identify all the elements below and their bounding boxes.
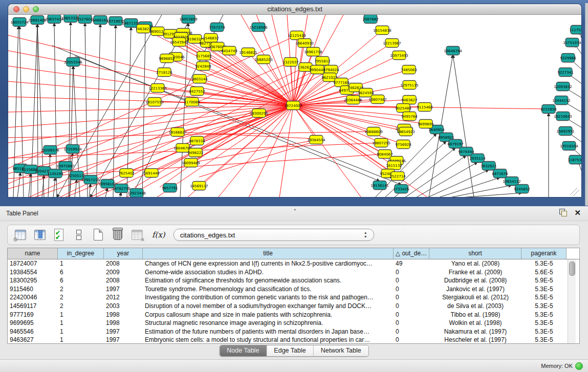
table-cell: 5.3E-5 bbox=[521, 319, 567, 327]
function-builder-icon[interactable]: f(x) bbox=[152, 230, 165, 239]
graph-node-label: 1322037 bbox=[282, 60, 298, 64]
graph-node-label: 9699695 bbox=[418, 122, 433, 126]
select-checks-icon[interactable]: ✔✔ bbox=[53, 228, 66, 242]
graph-node-label: 9495764 bbox=[401, 115, 418, 119]
table-cell: Stergiakouli et al. (2012) bbox=[429, 293, 521, 302]
window-title: citations_edges.txt bbox=[8, 5, 581, 13]
table-cell: 5.3E-5 bbox=[521, 327, 567, 336]
graph-node-label: 19384554 bbox=[307, 138, 325, 142]
table-row[interactable]: 2242004622012Investigating the contribut… bbox=[8, 293, 579, 302]
graph-node-label: 3175685 bbox=[195, 54, 211, 58]
tab-network-table[interactable]: Network Table bbox=[314, 345, 368, 356]
row-cells-icon[interactable] bbox=[72, 228, 85, 242]
graph-node-label: 18807293 bbox=[372, 141, 390, 145]
column-header-title[interactable]: title bbox=[143, 248, 394, 259]
graph-node-label: 9245652 bbox=[514, 187, 530, 191]
table-cell: 5.3E-5 bbox=[521, 259, 567, 268]
graph-node-label: 9025488 bbox=[395, 106, 411, 111]
table-row[interactable]: 977716911998Corpus callosum shape and si… bbox=[8, 311, 579, 319]
table-header-row[interactable]: namein_degreeyeartitle△ out_de…shortpage… bbox=[8, 248, 579, 259]
table-row[interactable]: 1938455462009Genome-wide association stu… bbox=[8, 268, 579, 277]
table-options-icon[interactable]: ⚙ bbox=[14, 228, 27, 242]
table-row[interactable]: 1872400712008Changes of HCN gene express… bbox=[8, 259, 579, 268]
graph-node-label: 8958921 bbox=[438, 136, 454, 140]
graph-node-label: 10973493 bbox=[390, 54, 408, 58]
table-cell: Franke et al. (2009) bbox=[429, 268, 521, 277]
graph-node-label: 10958107 bbox=[98, 182, 117, 186]
graph-node-label: 6879197 bbox=[447, 142, 463, 146]
column-header-short[interactable]: short bbox=[429, 248, 521, 259]
table-select-dropdown[interactable]: citations_edges.txt ▲▼ bbox=[173, 229, 374, 241]
graph-node-label: 9463627 bbox=[401, 98, 417, 102]
column-header-name[interactable]: name bbox=[8, 248, 58, 259]
table-select-value: citations_edges.txt bbox=[180, 231, 235, 239]
table-cell: Genome-wide association studies in ADHD. bbox=[143, 268, 394, 277]
table-cell: 22420046 bbox=[8, 293, 58, 302]
table-cell: Tourette syndrome. Phenomenology and cla… bbox=[143, 285, 394, 294]
table-cell: 5.3E-5 bbox=[521, 302, 567, 311]
float-panel-icon[interactable] bbox=[559, 209, 567, 216]
graph-node-label: 9227341 bbox=[557, 71, 573, 75]
table-row[interactable]: 946362711997Embryonic stem cells: a mode… bbox=[8, 336, 579, 344]
graph-node-label: 16099489 bbox=[182, 161, 200, 165]
column-header-year[interactable]: year bbox=[104, 248, 143, 259]
delete-table-icon[interactable] bbox=[111, 228, 124, 242]
column-header-out_de[interactable]: △ out_de… bbox=[394, 248, 429, 259]
table-cell: 5.5E-5 bbox=[521, 293, 567, 302]
column-header-in_degree[interactable]: in_degree bbox=[58, 248, 104, 259]
table-cell: 1 bbox=[58, 327, 104, 336]
graph-node-label: 16210643 bbox=[554, 115, 572, 119]
tab-edge-table[interactable]: Edge Table bbox=[267, 345, 313, 356]
table-cell: 1 bbox=[58, 336, 104, 344]
table-scrollbar[interactable] bbox=[568, 259, 576, 343]
table-cell: 0 bbox=[394, 268, 429, 277]
graph-node-label: 20206576 bbox=[41, 148, 59, 152]
graph-node-label: 2935114 bbox=[469, 157, 486, 161]
splitter-handle-icon[interactable]: ▴ bbox=[294, 207, 296, 211]
graph-node-label: 16154838 bbox=[373, 29, 391, 33]
network-graph-canvas[interactable]: 1872400718300295193845541605572422691406… bbox=[8, 15, 581, 197]
table-panel-title: Table Panel bbox=[6, 210, 38, 217]
new-table-icon[interactable] bbox=[92, 228, 105, 242]
table-row[interactable]: 969969511998Structural magnetic resonanc… bbox=[8, 319, 579, 327]
graph-node-label: 18300295 bbox=[250, 112, 268, 116]
table-cell: 0 bbox=[394, 311, 429, 319]
table-cell: 2008 bbox=[104, 259, 143, 268]
graph-node-label: 18107553 bbox=[145, 100, 164, 104]
tab-node-table[interactable]: Node Table bbox=[220, 345, 267, 356]
graph-node-label: 3624594 bbox=[358, 91, 374, 95]
table-cell: 1997 bbox=[104, 327, 143, 336]
table-cell: 9115460 bbox=[8, 285, 58, 294]
table-type-tabs[interactable]: Node TableEdge TableNetwork Table bbox=[219, 345, 368, 357]
table-body[interactable]: 1872400712008Changes of HCN gene express… bbox=[8, 259, 579, 344]
table-row[interactable]: 1830029562008Estimation of significance … bbox=[8, 276, 579, 285]
table-cell: 1 bbox=[58, 259, 104, 268]
table-row[interactable]: 946554611997Estimation of the future num… bbox=[8, 327, 579, 336]
column-header-pagerank[interactable]: pagerank bbox=[521, 248, 567, 259]
dropdown-arrows-icon: ▲▼ bbox=[364, 231, 367, 239]
node-table[interactable]: namein_degreeyeartitle△ out_de…shortpage… bbox=[7, 248, 580, 344]
citation-network-graph[interactable]: 1872400718300295193845541605572422691406… bbox=[8, 15, 581, 197]
table-cell: 1 bbox=[58, 319, 104, 327]
table-cell: 5.3E-5 bbox=[521, 311, 567, 319]
table-cell: Hescheler et al. (1997) bbox=[429, 336, 521, 344]
graph-node-label: 6466161 bbox=[92, 18, 108, 23]
graph-node-label: 15218566 bbox=[249, 26, 268, 30]
show-columns-icon[interactable] bbox=[33, 228, 47, 242]
graph-node-label: 16648784 bbox=[444, 49, 462, 53]
table-cell: 2 bbox=[58, 285, 104, 294]
table-cell: Embryonic stem cells: a model to study s… bbox=[143, 336, 394, 344]
table-cell: 2008 bbox=[104, 276, 143, 285]
scrollbar-thumb[interactable] bbox=[569, 261, 575, 276]
table-row[interactable]: 911546021997Tourette syndrome. Phenomeno… bbox=[8, 285, 579, 294]
table-cell: 0 bbox=[394, 285, 429, 294]
close-panel-icon[interactable]: ✕ bbox=[574, 209, 581, 216]
table-cell: Yano et al. (2008) bbox=[429, 259, 521, 268]
table-cell: Estimation of significance thresholds fo… bbox=[143, 276, 394, 285]
graph-node-label: 12093832 bbox=[554, 85, 572, 89]
table-cell: 5.3E-5 bbox=[521, 336, 567, 344]
graph-node-label: 1145194 bbox=[47, 172, 63, 176]
graph-node-label: 10975887 bbox=[56, 164, 75, 168]
window-titlebar[interactable]: citations_edges.txt bbox=[8, 4, 581, 15]
table-row[interactable]: 1456911722003Disruption of a novel membe… bbox=[8, 302, 579, 311]
